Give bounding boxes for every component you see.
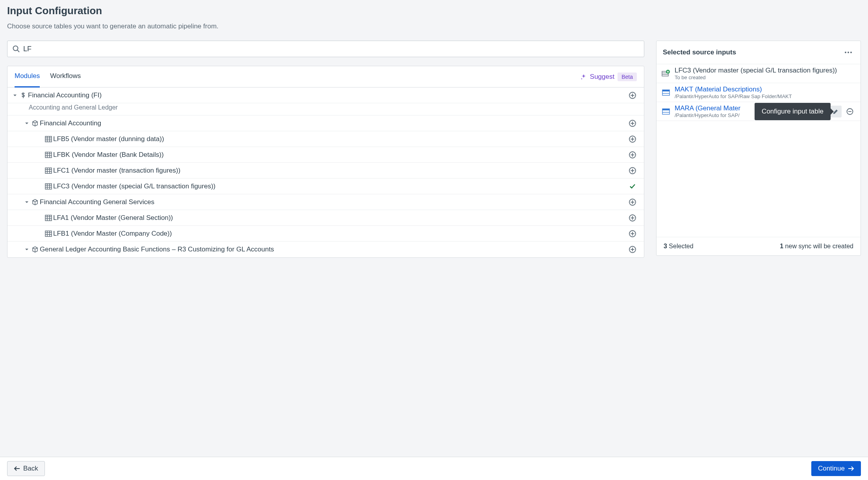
table-icon bbox=[44, 167, 53, 174]
selected-header: Selected source inputs bbox=[663, 48, 736, 56]
svg-rect-48 bbox=[45, 231, 52, 236]
selected-item-mara[interactable]: MARA (General Mater /Palantir/HyperAuto … bbox=[657, 102, 861, 121]
svg-rect-8 bbox=[45, 136, 52, 142]
svg-line-1 bbox=[17, 50, 19, 52]
cube-icon bbox=[30, 199, 40, 206]
tree-row-lfa1[interactable]: LFA1 (Vendor Master (General Section)) bbox=[7, 210, 644, 226]
remove-icon[interactable] bbox=[844, 106, 856, 117]
add-icon[interactable] bbox=[628, 198, 637, 206]
tree-subtitle-fi: Accounting and General Ledger bbox=[7, 103, 644, 115]
source-panel: Modules Workflows Suggest Beta bbox=[7, 66, 644, 258]
tree-label: LFBK (Vendor Master (Bank Details)) bbox=[53, 151, 628, 159]
page-title: Input Configuration bbox=[7, 5, 861, 17]
sparkle-icon bbox=[581, 74, 587, 80]
add-icon[interactable] bbox=[628, 119, 637, 127]
check-icon bbox=[628, 183, 637, 190]
sync-count: 1 new sync will be created bbox=[780, 243, 853, 250]
caret-down-icon bbox=[23, 121, 30, 125]
tree-row-lfb1[interactable]: LFB1 (Vendor Master (Company Code)) bbox=[7, 226, 644, 242]
search-field[interactable] bbox=[7, 41, 644, 57]
svg-point-0 bbox=[13, 46, 18, 51]
suggest-label: Suggest bbox=[590, 73, 614, 81]
table-icon bbox=[44, 136, 53, 142]
cube-icon bbox=[30, 120, 40, 127]
caret-down-icon bbox=[11, 93, 19, 97]
add-icon[interactable] bbox=[628, 151, 637, 159]
svg-point-59 bbox=[845, 52, 846, 53]
tree-row-gl[interactable]: General Ledger Accounting Basic Function… bbox=[7, 242, 644, 257]
tree-row-lfc3[interactable]: LFC3 (Vendor master (special G/L transac… bbox=[7, 179, 644, 194]
dataset-icon bbox=[661, 107, 671, 116]
tree-label: LFB1 (Vendor Master (Company Code)) bbox=[53, 230, 628, 238]
add-icon[interactable] bbox=[628, 214, 637, 222]
tree-row-fi[interactable]: Financial Accounting (FI) bbox=[7, 87, 644, 103]
new-dataset-icon bbox=[661, 69, 671, 78]
tree-label: LFC1 (Vendor master (transaction figures… bbox=[53, 167, 628, 175]
selected-title: MAKT (Material Descriptions) bbox=[675, 86, 856, 93]
tree-label: Financial Accounting General Services bbox=[40, 198, 628, 206]
selected-panel: Selected source inputs LFC3 (Vendor mast… bbox=[656, 41, 861, 256]
svg-rect-16 bbox=[45, 152, 52, 158]
svg-rect-72 bbox=[662, 109, 670, 110]
tree-row-lfb5[interactable]: LFB5 (Vendor master (dunning data)) bbox=[7, 131, 644, 147]
tooltip-configure: Configure input table bbox=[755, 103, 831, 120]
selected-path: /Palantir/HyperAuto for SAP/Raw Sap Fold… bbox=[675, 93, 856, 99]
add-icon[interactable] bbox=[628, 246, 637, 253]
add-icon[interactable] bbox=[628, 135, 637, 143]
selected-item-lfc3[interactable]: LFC3 (Vendor master (special G/L transac… bbox=[657, 64, 861, 83]
add-icon[interactable] bbox=[628, 91, 637, 99]
table-icon bbox=[44, 215, 53, 221]
caret-down-icon bbox=[23, 247, 30, 251]
page-subtitle: Choose source tables you want to generat… bbox=[7, 22, 861, 30]
tab-workflows[interactable]: Workflows bbox=[50, 66, 81, 87]
selected-count: 3 Selected bbox=[664, 243, 694, 250]
add-icon[interactable] bbox=[628, 230, 637, 238]
tree-label: Financial Accounting bbox=[40, 119, 628, 127]
tree-row-fa[interactable]: Financial Accounting bbox=[7, 115, 644, 131]
table-icon bbox=[44, 231, 53, 237]
tree-label: LFC3 (Vendor master (special G/L transac… bbox=[53, 182, 628, 190]
selected-item-makt[interactable]: MAKT (Material Descriptions) /Palantir/H… bbox=[657, 83, 861, 102]
tree-label: Financial Accounting (FI) bbox=[28, 91, 628, 99]
svg-rect-32 bbox=[45, 184, 52, 189]
selected-path: To be created bbox=[675, 74, 856, 80]
suggest-button[interactable]: Suggest Beta bbox=[581, 73, 637, 81]
more-icon[interactable] bbox=[842, 47, 854, 58]
search-icon bbox=[12, 45, 23, 53]
cube-icon bbox=[30, 246, 40, 253]
caret-down-icon bbox=[23, 200, 30, 204]
table-icon bbox=[44, 183, 53, 190]
svg-point-61 bbox=[850, 52, 852, 53]
selected-title: LFC3 (Vendor master (special G/L transac… bbox=[675, 67, 856, 74]
tree-row-fags[interactable]: Financial Accounting General Services bbox=[7, 194, 644, 210]
tree-label: General Ledger Accounting Basic Function… bbox=[40, 246, 628, 253]
svg-rect-24 bbox=[45, 168, 52, 173]
tree-label: LFA1 (Vendor Master (General Section)) bbox=[53, 214, 628, 222]
tree-row-lfbk[interactable]: LFBK (Vendor Master (Bank Details)) bbox=[7, 147, 644, 163]
dataset-icon bbox=[661, 88, 671, 97]
svg-point-60 bbox=[848, 52, 849, 53]
dollar-icon bbox=[19, 92, 28, 99]
search-input[interactable] bbox=[23, 45, 639, 53]
svg-rect-40 bbox=[45, 215, 52, 221]
tab-modules[interactable]: Modules bbox=[15, 66, 40, 87]
svg-rect-69 bbox=[662, 90, 670, 91]
tree-row-lfc1[interactable]: LFC1 (Vendor master (transaction figures… bbox=[7, 163, 644, 179]
beta-badge: Beta bbox=[618, 73, 637, 81]
table-icon bbox=[44, 152, 53, 158]
tree-label: LFB5 (Vendor master (dunning data)) bbox=[53, 135, 628, 143]
add-icon[interactable] bbox=[628, 167, 637, 175]
